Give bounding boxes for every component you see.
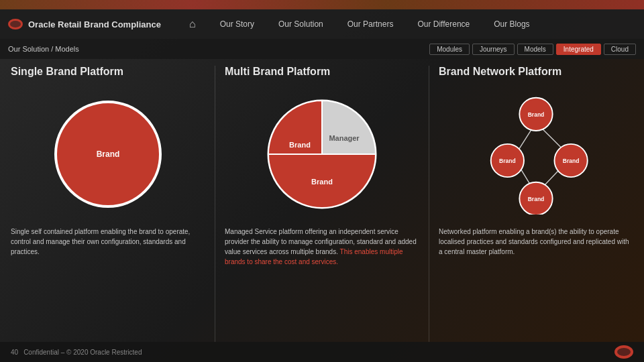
footer-oracle-logo-icon [614,345,633,359]
home-icon[interactable]: ⌂ [189,18,196,30]
svg-text:Brand: Brand [311,178,333,186]
tab-cloud[interactable]: Cloud [604,44,636,55]
breadcrumb: Our Solution / Models [8,45,429,53]
single-brand-desc: Single self contained platform enabling … [11,227,205,342]
svg-text:Brand: Brand [528,196,545,202]
footer: 40 Confidential – © 2020 Oracle Restrict… [0,342,644,362]
tab-models[interactable]: Models [517,44,553,55]
logo-area: Oracle Retail Brand Compliance [8,19,182,29]
brand-network-desc: Networked platform enabling a brand(s) t… [439,227,633,342]
brand-network-diagram: Brand Brand Brand Brand [439,87,633,221]
svg-text:Brand: Brand [528,111,545,118]
nav-items: Our Story Our Solution Our Partners Our … [208,9,636,39]
divider-1 [215,66,215,342]
single-brand-circle: Brand [54,101,162,208]
nav-item-our-partners[interactable]: Our Partners [335,9,406,39]
sub-nav: Our Solution / Models Modules Journeys M… [0,39,644,59]
svg-text:Brand: Brand [563,158,580,164]
svg-text:Brand: Brand [289,141,311,149]
brand-network-title: Brand Network Platform [439,66,633,82]
nav-item-our-difference[interactable]: Our Difference [405,9,482,39]
brand-network-column: Brand Network Platform Brand Brand [439,66,633,342]
divider-2 [429,66,429,342]
tab-modules[interactable]: Modules [429,44,470,55]
footer-copyright: Confidential – © 2020 Oracle Restricted [23,349,142,356]
nav-item-our-blogs[interactable]: Our Blogs [482,9,541,39]
tab-integrated[interactable]: Integrated [556,44,601,55]
top-decorative-strip [0,0,644,9]
single-brand-column: Single Brand Platform Brand Single self … [11,66,205,342]
network-svg: Brand Brand Brand Brand [469,94,603,215]
multi-brand-column: Multi Brand Platform Brand Manager Brand [225,66,419,342]
single-brand-diagram: Brand [11,87,205,221]
network-svg-container: Brand Brand Brand Brand [469,94,603,215]
tab-journeys[interactable]: Journeys [472,44,515,55]
multi-brand-desc: Managed Service platform offering an ind… [225,227,419,342]
main-content: Single Brand Platform Brand Single self … [0,59,644,342]
svg-text:Brand: Brand [499,158,516,164]
multi-brand-diagram: Brand Manager Brand [225,87,419,221]
sub-nav-tabs: Modules Journeys Models Integrated Cloud [429,44,636,55]
multi-brand-pie-container: Brand Manager Brand [265,97,379,211]
single-brand-title: Single Brand Platform [11,66,205,82]
multi-brand-pie-svg: Brand Manager Brand [265,97,379,211]
oracle-logo-icon [8,19,23,29]
nav-item-our-story[interactable]: Our Story [208,9,266,39]
multi-brand-title: Multi Brand Platform [225,66,419,82]
single-brand-label: Brand [97,149,120,159]
svg-text:Manager: Manager [329,134,360,142]
header-title: Oracle Retail Brand Compliance [28,19,161,29]
footer-page-number: 40 [11,349,18,356]
nav-item-our-solution[interactable]: Our Solution [266,9,335,39]
header-nav: Oracle Retail Brand Compliance ⌂ Our Sto… [0,9,644,39]
